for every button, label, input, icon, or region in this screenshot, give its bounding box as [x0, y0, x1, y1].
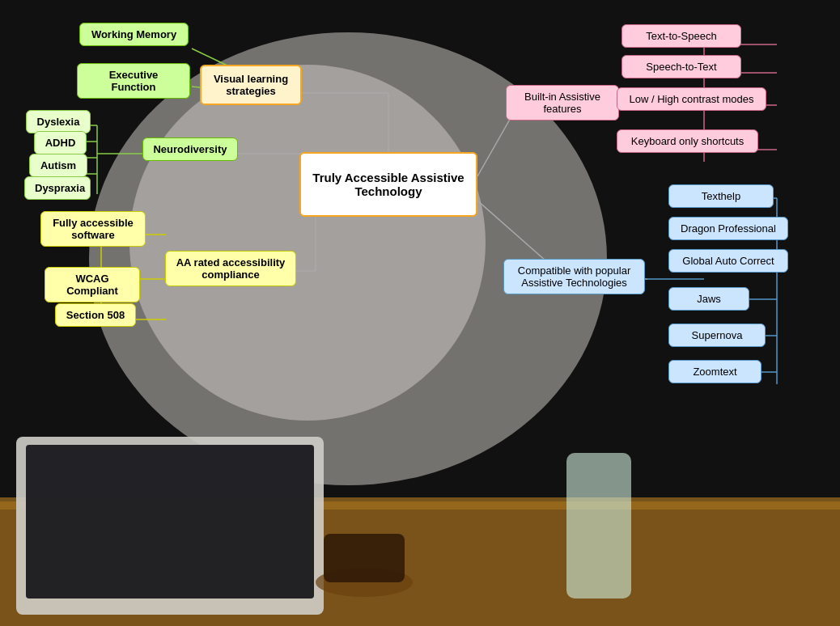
neurodiversity-node: Neurodiversity: [142, 137, 238, 161]
executive-function-label: Executive Function: [109, 69, 159, 93]
fully-accessible-label: Fully accessible software: [53, 217, 134, 241]
autism-node: Autism: [29, 154, 87, 177]
speech-to-text-label: Speech-to-Text: [646, 61, 716, 73]
zoomtext-label: Zoomtext: [693, 366, 736, 378]
compatible-at-label: Compatible with popular Assistive Techno…: [518, 264, 630, 289]
texthelp-label: Texthelp: [702, 190, 740, 202]
text-to-speech-node: Text-to-Speech: [622, 24, 741, 48]
central-node: Truly Accessible Assistive Technology: [299, 152, 477, 217]
aa-compliance-node: AA rated accessibility compliance: [165, 251, 296, 286]
global-auto-correct-node: Global Auto Correct: [668, 249, 788, 273]
dragon-professional-node: Dragon Professional: [668, 217, 788, 240]
dragon-professional-label: Dragon Professional: [681, 222, 776, 235]
wcag-node: WCAG Compliant: [45, 267, 140, 302]
mind-map: Truly Accessible Assistive Technology Vi…: [0, 0, 840, 626]
texthelp-node: Texthelp: [668, 184, 774, 208]
autism-label: Autism: [40, 159, 76, 171]
zoomtext-node: Zoomtext: [668, 360, 762, 383]
jaws-node: Jaws: [668, 287, 749, 311]
visual-learning-label: Visual learning strategies: [214, 73, 288, 97]
aa-compliance-label: AA rated accessibility compliance: [176, 256, 286, 281]
central-label: Truly Accessible Assistive Technology: [308, 171, 469, 198]
builtin-assistive-label: Built-in Assistive features: [524, 91, 600, 115]
compatible-at-node: Compatible with popular Assistive Techno…: [503, 259, 645, 294]
adhd-label: ADHD: [45, 137, 76, 149]
dyslexia-node: Dyslexia: [26, 110, 91, 133]
section508-label: Section 508: [66, 309, 125, 321]
dyslexia-label: Dyslexia: [37, 116, 80, 128]
executive-function-node: Executive Function: [77, 63, 190, 99]
contrast-modes-label: Low / High contrast modes: [630, 93, 754, 105]
keyboard-shortcuts-node: Keyboard only shortcuts: [617, 129, 758, 153]
fully-accessible-node: Fully accessible software: [40, 211, 146, 247]
dyspraxia-label: Dyspraxia: [35, 182, 85, 194]
working-memory-node: Working Memory: [79, 23, 189, 46]
dyspraxia-node: Dyspraxia: [24, 176, 91, 200]
working-memory-label: Working Memory: [91, 28, 176, 40]
builtin-assistive-node: Built-in Assistive features: [506, 85, 619, 121]
global-auto-correct-label: Global Auto Correct: [682, 255, 774, 267]
supernova-node: Supernova: [668, 324, 766, 347]
adhd-node: ADHD: [34, 131, 87, 154]
supernova-label: Supernova: [692, 329, 743, 341]
jaws-label: Jaws: [697, 293, 721, 305]
neurodiversity-label: Neurodiversity: [153, 143, 227, 155]
section508-node: Section 508: [55, 303, 136, 327]
speech-to-text-node: Speech-to-Text: [622, 55, 741, 78]
wcag-label: WCAG Compliant: [66, 273, 118, 297]
keyboard-shortcuts-label: Keyboard only shortcuts: [631, 135, 744, 147]
visual-learning-node: Visual learning strategies: [200, 65, 302, 105]
text-to-speech-label: Text-to-Speech: [646, 30, 716, 42]
contrast-modes-node: Low / High contrast modes: [617, 87, 766, 111]
